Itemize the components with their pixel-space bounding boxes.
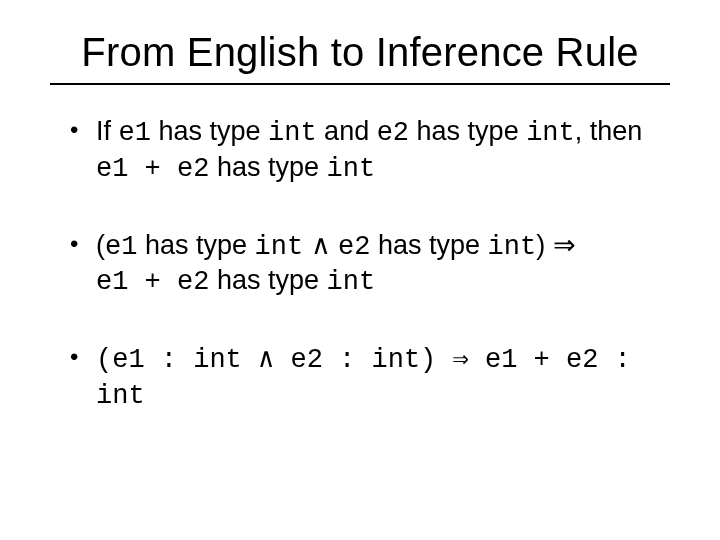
code-int: int [327, 154, 376, 184]
code-int: int [488, 232, 537, 262]
text: has type [209, 265, 326, 295]
text: has type [371, 230, 488, 260]
and-op: ∧ [303, 230, 338, 260]
code-int: int [268, 118, 317, 148]
code-expr: e1 + e2 [96, 267, 209, 297]
lparen: ( [96, 230, 105, 260]
code-e2: e2 [338, 232, 370, 262]
rparen: ) [536, 230, 545, 260]
slide: From English to Inference Rule If e1 has… [0, 0, 720, 540]
bullet-list: If e1 has type int and e2 has type int, … [40, 115, 680, 414]
code-int: int [327, 267, 376, 297]
bullet-1: If e1 has type int and e2 has type int, … [70, 115, 670, 187]
code-full: (e1 : int ∧ e2 : int) ⇒ e1 + e2 : int [96, 345, 631, 411]
bullet-2: (e1 has type int ∧ e2 has type int) ⇒ e1… [70, 229, 670, 301]
text: has type [137, 230, 254, 260]
text: has type [209, 152, 326, 182]
slide-title: From English to Inference Rule [40, 30, 680, 75]
code-e2: e2 [377, 118, 409, 148]
bullet-3: (e1 : int ∧ e2 : int) ⇒ e1 + e2 : int [70, 342, 670, 414]
code-int: int [254, 232, 303, 262]
title-divider [50, 83, 670, 85]
code-e1: e1 [105, 232, 137, 262]
code-expr: e1 + e2 [96, 154, 209, 184]
code-int: int [526, 118, 575, 148]
text: has type [409, 116, 526, 146]
text: If [96, 116, 119, 146]
text: , then [575, 116, 643, 146]
text: and [317, 116, 377, 146]
code-e1: e1 [119, 118, 151, 148]
implies-op: ⇒ [545, 230, 576, 260]
text: has type [151, 116, 268, 146]
